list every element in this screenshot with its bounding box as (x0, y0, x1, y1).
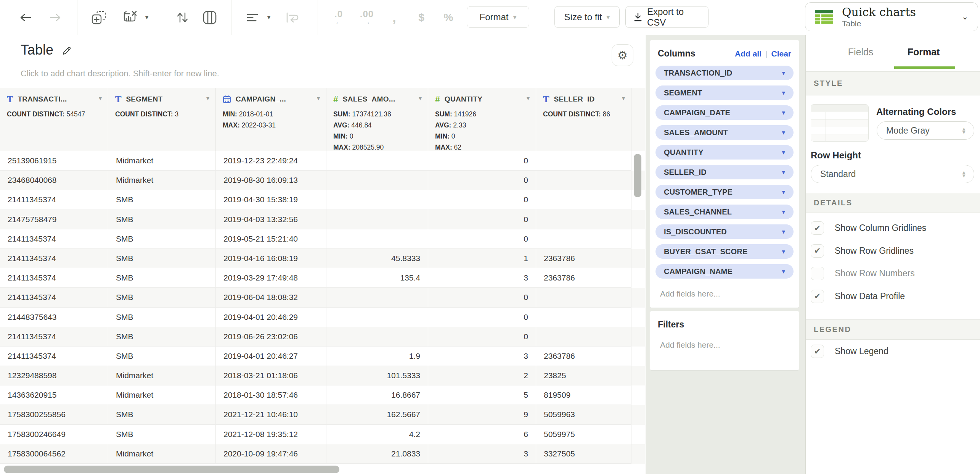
field-pill-seller_id[interactable]: SELLER_ID▾ (655, 165, 794, 179)
vertical-scrollbar[interactable] (634, 154, 641, 197)
table-row: 21475758479SMB2019-04-03 13:32:560 (0, 210, 645, 229)
forward-icon[interactable] (47, 0, 63, 35)
column-menu-caret-icon[interactable]: ▾ (527, 95, 530, 102)
table-cell: 14363620915 (0, 385, 108, 405)
row-height-select[interactable]: Standard ▲▼ (811, 165, 974, 183)
option-label: Show Column Gridlines (835, 223, 926, 233)
table-cell: 21411345374 (0, 327, 108, 347)
align-left-icon[interactable] (245, 0, 260, 35)
field-pill-is_discounted[interactable]: IS_DISCOUNTED▾ (655, 224, 794, 239)
field-pill-transaction_id[interactable]: TRANSACTION_ID▾ (655, 66, 794, 80)
field-pill-quantity[interactable]: QUANTITY▾ (655, 145, 794, 160)
field-pill-caret-icon[interactable]: ▾ (782, 168, 785, 176)
field-pill-campaign_name[interactable]: CAMPAIGN_NAME▾ (655, 264, 794, 279)
table-row: 21411345374SMB2019-06-26 23:02:060 (0, 327, 645, 347)
column-header-quantity[interactable]: #QUANTITY▾SUM: 141926AVG: 2.33MIN: 0MAX:… (428, 88, 536, 151)
field-pill-sales_amount[interactable]: SALES_AMOUNT▾ (655, 125, 794, 140)
column-menu-caret-icon[interactable]: ▾ (622, 95, 625, 102)
field-pill-segment[interactable]: SEGMENT▾ (655, 85, 794, 100)
column-data-profile: COUNT DISTINCT: 86 (543, 109, 624, 120)
field-pill-buyer_csat_score[interactable]: BUYER_CSAT_SCORE▾ (655, 244, 794, 259)
format-button[interactable]: Format ▾ (467, 6, 529, 28)
field-pill-sales_channel[interactable]: SALES_CHANNEL▾ (655, 205, 794, 219)
field-pill-caret-icon[interactable]: ▾ (782, 89, 785, 97)
table-cell: 2019-05-21 15:21:40 (216, 229, 326, 249)
table-row: 21411345374SMB2019-05-21 15:21:400 (0, 229, 645, 249)
horizontal-scrollbar[interactable] (4, 466, 339, 473)
field-pill-label: CAMPAIGN_NAME (655, 267, 733, 276)
field-pill-caret-icon[interactable]: ▾ (782, 109, 785, 117)
tab-format[interactable]: Format (897, 47, 950, 58)
field-pill-caret-icon[interactable]: ▾ (782, 208, 785, 216)
table-cell: 2019-03-29 17:49:48 (216, 268, 326, 288)
checkbox-show-column-gridlines[interactable]: ✔ (811, 221, 824, 235)
chart-settings-button[interactable]: ⚙ (612, 44, 633, 66)
table-row: 21448375643SMB2019-04-01 20:46:290 (0, 308, 645, 327)
active-tab-underline (894, 66, 955, 69)
checkbox-show-data-profile[interactable]: ✔ (811, 290, 824, 303)
export-csv-button[interactable]: Export to CSV (625, 6, 708, 28)
chart-description-placeholder[interactable]: Click to add chart description. Shift-en… (21, 69, 219, 79)
remove-chart-icon[interactable] (120, 0, 139, 35)
number-type-icon: # (435, 94, 440, 105)
table-cell: 45.8333 (326, 249, 428, 268)
columns-panel: Columns Add all | Clear TRANSACTION_ID▾S… (650, 40, 799, 308)
tab-fields[interactable]: Fields (834, 47, 887, 58)
field-pill-caret-icon[interactable]: ▾ (782, 268, 785, 276)
field-pill-campaign_date[interactable]: CAMPAIGN_DATE▾ (655, 105, 794, 120)
number-type-icon: # (333, 94, 338, 105)
percent-format-icon[interactable]: % (441, 0, 456, 35)
filters-drop-area[interactable]: Add fields here... (650, 330, 799, 350)
table-cell: 1758300255856 (0, 405, 108, 424)
field-pill-caret-icon[interactable]: ▾ (782, 248, 785, 256)
table-row: 21411345374SMB2019-03-29 17:49:48135.432… (0, 268, 645, 288)
column-header-transacti-[interactable]: TTRANSACTI...▾COUNT DISTINCT: 54547 (0, 88, 108, 151)
column-header-seller-id[interactable]: TSELLER_ID▾COUNT DISTINCT: 86 (536, 88, 631, 151)
field-pill-caret-icon[interactable]: ▾ (782, 129, 785, 137)
wrap-text-icon[interactable] (284, 0, 301, 35)
column-header-segment[interactable]: TSEGMENT▾COUNT DISTINCT: 3 (108, 88, 216, 151)
table-cell: Midmarket (108, 151, 216, 171)
column-header-sales-amo-[interactable]: #SALES_AMO...▾SUM: 17374121.38AVG: 446.8… (326, 88, 428, 151)
field-pill-caret-icon[interactable]: ▾ (782, 148, 785, 156)
checkbox-show-legend[interactable]: ✔ (811, 345, 824, 358)
column-data-profile: SUM: 141926AVG: 2.33MIN: 0MAX: 62 (435, 109, 529, 153)
table-cell: SMB (108, 405, 216, 424)
table-cell: 0 (428, 151, 536, 171)
fields-sidebar: Columns Add all | Clear TRANSACTION_ID▾S… (646, 35, 805, 474)
column-menu-caret-icon[interactable]: ▾ (317, 95, 320, 102)
edit-title-icon[interactable] (61, 45, 72, 58)
checkbox-show-row-numbers[interactable] (811, 267, 824, 280)
checkbox-show-row-gridlines[interactable]: ✔ (811, 244, 824, 258)
format-sidebar: Fields Format STYLE Alternating Colors M… (805, 35, 980, 474)
table-cell: 21411345374 (0, 347, 108, 366)
comma-format-icon[interactable]: , (387, 0, 402, 35)
field-pill-caret-icon[interactable]: ▾ (782, 69, 785, 77)
columns-layout-icon[interactable] (201, 0, 219, 35)
field-pill-customer_type[interactable]: CUSTOMER_TYPE▾ (655, 185, 794, 199)
field-pill-label: SELLER_ID (655, 168, 707, 177)
remove-chart-caret-icon[interactable]: ▾ (142, 0, 152, 35)
add-chart-icon[interactable] (90, 0, 108, 35)
sort-icon[interactable] (174, 0, 191, 35)
decrease-decimals-icon[interactable]: .0← (329, 0, 349, 35)
table-cell (326, 327, 428, 347)
table-cell: SMB (108, 249, 216, 268)
align-caret-icon[interactable]: ▾ (264, 0, 274, 35)
clear-link[interactable]: Clear (771, 49, 791, 58)
size-to-fit-button[interactable]: Size to fit ▾ (554, 6, 620, 28)
column-header-campaign-[interactable]: CAMPAIGN_...▾MIN: 2018-01-01MAX: 2022-03… (216, 88, 326, 151)
field-pill-caret-icon[interactable]: ▾ (782, 188, 785, 196)
columns-drop-area[interactable]: Add fields here... (650, 284, 799, 298)
field-pill-caret-icon[interactable]: ▾ (782, 228, 785, 236)
add-all-link[interactable]: Add all (735, 49, 762, 58)
column-menu-caret-icon[interactable]: ▾ (419, 95, 422, 102)
chart-type-picker[interactable]: Quick charts Table ⌄ (805, 2, 978, 31)
column-menu-caret-icon[interactable]: ▾ (99, 95, 102, 102)
column-menu-caret-icon[interactable]: ▾ (206, 95, 209, 102)
increase-decimals-icon[interactable]: .00→ (355, 0, 378, 35)
back-icon[interactable] (18, 0, 34, 35)
field-pill-label: SALES_CHANNEL (655, 208, 732, 216)
currency-format-icon[interactable]: $ (414, 0, 429, 35)
alternating-colors-select[interactable]: Mode Gray ▲▼ (877, 121, 974, 140)
